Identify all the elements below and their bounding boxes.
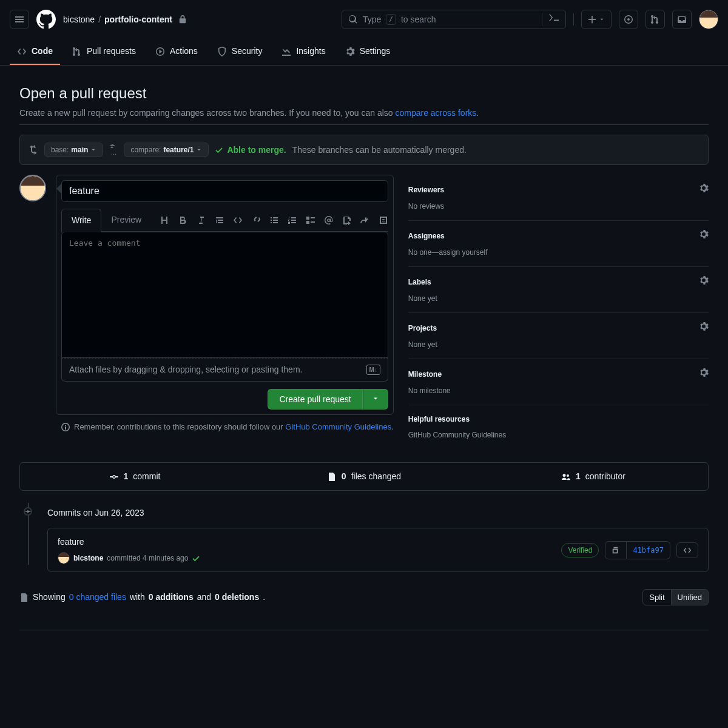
slash-key: / xyxy=(386,14,396,25)
github-logo[interactable] xyxy=(36,10,56,29)
assign-yourself-link[interactable]: assign yourself xyxy=(439,248,487,257)
tab-preview[interactable]: Preview xyxy=(101,209,151,231)
unordered-list-icon[interactable] xyxy=(269,215,279,225)
diff-summary: Showing 0 changed files with 0 additions… xyxy=(19,589,709,605)
gear-icon[interactable] xyxy=(699,275,709,288)
people-icon xyxy=(561,472,571,482)
diff-icon[interactable] xyxy=(379,215,388,225)
quote-icon[interactable] xyxy=(215,215,224,225)
changed-files-link[interactable]: 0 changed files xyxy=(69,591,126,604)
repo-nav: Code Pull requests Actions Security Insi… xyxy=(0,39,728,66)
git-compare-icon xyxy=(29,145,38,155)
tab-actions[interactable]: Actions xyxy=(148,39,205,65)
markdown-icon[interactable]: M↓ xyxy=(366,365,380,375)
author-avatar xyxy=(19,175,46,201)
timeline-dot-icon xyxy=(24,507,32,516)
commit-sha[interactable]: 41bfa97 xyxy=(627,541,670,559)
chevron-down-icon xyxy=(599,16,605,22)
base-branch-selector[interactable]: base: main xyxy=(44,143,103,157)
info-icon xyxy=(61,422,70,432)
stat-commits[interactable]: 1 commit xyxy=(20,463,249,490)
tab-code[interactable]: Code xyxy=(10,39,60,65)
help-guidelines-link[interactable]: GitHub Community Guidelines xyxy=(408,431,506,439)
pr-sidebar: Reviewers No reviews Assignees No one—as… xyxy=(403,175,709,449)
page-subtitle: Create a new pull request by comparing c… xyxy=(19,107,709,120)
inbox-icon xyxy=(677,15,687,24)
tab-pull-requests[interactable]: Pull requests xyxy=(65,39,143,65)
hamburger-button[interactable] xyxy=(10,10,29,29)
search-icon xyxy=(348,15,358,24)
gear-icon[interactable] xyxy=(699,368,709,380)
repo-name[interactable]: portfolio-content xyxy=(104,13,172,26)
tab-settings[interactable]: Settings xyxy=(338,39,398,65)
stat-contributors[interactable]: 1 contributor xyxy=(479,463,708,490)
pr-stats: 1 commit 0 files changed 1 contributor xyxy=(19,462,709,491)
commit-author[interactable]: bicstone xyxy=(73,553,103,564)
tab-insights[interactable]: Insights xyxy=(274,39,332,65)
tab-security[interactable]: Security xyxy=(210,39,270,65)
issue-icon xyxy=(624,15,633,24)
repo-owner[interactable]: bicstone xyxy=(63,13,95,26)
compare-branch-selector[interactable]: compare: feature/1 xyxy=(124,143,209,157)
code-icon xyxy=(683,546,692,554)
commit-icon xyxy=(109,472,119,482)
chevron-down-icon xyxy=(196,147,202,153)
tab-write[interactable]: Write xyxy=(61,209,101,232)
reviewers-header[interactable]: Reviewers xyxy=(408,184,444,195)
community-guidelines-link[interactable]: GitHub Community Guidelines xyxy=(285,422,391,431)
assignees-header[interactable]: Assignees xyxy=(408,231,445,241)
menu-icon xyxy=(15,15,24,24)
gear-icon[interactable] xyxy=(699,183,709,196)
check-icon xyxy=(192,554,200,562)
swap-branches[interactable]: … xyxy=(109,144,118,156)
lock-icon xyxy=(178,15,187,24)
user-avatar[interactable] xyxy=(699,10,718,29)
reply-icon[interactable] xyxy=(360,215,370,225)
help-header: Helpful resources xyxy=(408,414,470,425)
create-pr-dropdown[interactable] xyxy=(363,389,388,410)
attach-hint[interactable]: Attach files by dragging & dropping, sel… xyxy=(61,358,388,382)
check-icon xyxy=(215,146,223,154)
stat-files[interactable]: 0 files changed xyxy=(249,463,479,490)
notifications-button[interactable] xyxy=(672,10,692,29)
bold-icon[interactable] xyxy=(178,215,188,225)
labels-header[interactable]: Labels xyxy=(408,277,431,288)
mention-icon[interactable] xyxy=(324,215,334,225)
heading-icon[interactable] xyxy=(160,215,170,225)
command-palette-icon[interactable] xyxy=(542,13,559,26)
diff-mode-split[interactable]: Split xyxy=(642,589,671,605)
projects-header[interactable]: Projects xyxy=(408,323,437,334)
browse-code-button[interactable] xyxy=(676,542,698,558)
task-list-icon[interactable] xyxy=(306,215,315,225)
pr-form: Write Preview xyxy=(56,175,394,415)
comment-textarea[interactable] xyxy=(62,232,388,354)
compare-across-forks-link[interactable]: compare across forks xyxy=(395,108,476,118)
ordered-list-icon[interactable] xyxy=(288,215,297,225)
italic-icon[interactable] xyxy=(197,215,206,225)
milestone-header[interactable]: Milestone xyxy=(408,369,442,380)
commit-author-avatar[interactable] xyxy=(58,552,70,564)
search-input[interactable]: Type / to search xyxy=(342,10,566,29)
copy-icon xyxy=(612,546,620,554)
cross-reference-icon[interactable] xyxy=(342,215,352,225)
create-new-button[interactable] xyxy=(581,10,612,29)
gear-icon[interactable] xyxy=(699,229,709,242)
plus-icon xyxy=(588,15,596,24)
pull-requests-button[interactable] xyxy=(645,10,665,29)
commit-title[interactable]: feature xyxy=(58,536,200,548)
create-pr-button[interactable]: Create pull request xyxy=(268,389,362,410)
issues-button[interactable] xyxy=(619,10,638,29)
guidelines-note: Remember, contributions to this reposito… xyxy=(56,421,394,433)
diff-mode-unified[interactable]: Unified xyxy=(672,589,709,605)
file-diff-icon xyxy=(19,593,29,602)
page-title: Open a pull request xyxy=(19,83,709,104)
verified-badge[interactable]: Verified xyxy=(561,543,599,558)
compare-range-bar: base: main … compare: feature/1 Able to … xyxy=(19,135,709,165)
markdown-toolbar xyxy=(160,215,388,225)
pr-title-input[interactable] xyxy=(61,180,388,202)
gear-icon[interactable] xyxy=(699,322,709,334)
commit-group-header: Commits on Jun 26, 2023 xyxy=(34,503,709,528)
code-icon[interactable] xyxy=(233,215,243,225)
copy-sha-button[interactable] xyxy=(605,541,627,559)
link-icon[interactable] xyxy=(251,215,261,225)
